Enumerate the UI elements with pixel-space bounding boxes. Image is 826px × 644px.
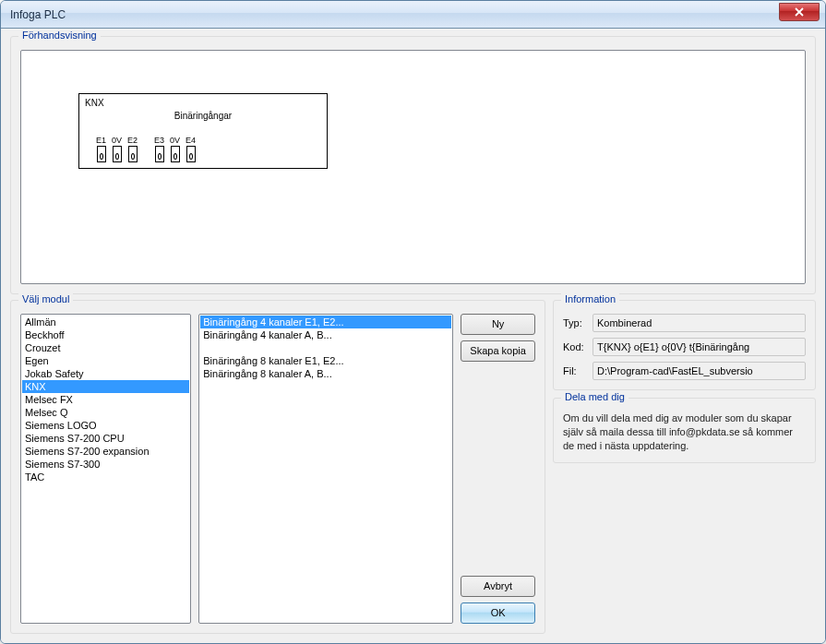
- dialog-window: Infoga PLC Förhandsvisning KNX Binäringå…: [0, 0, 826, 644]
- plc-type-label: KNX: [85, 98, 104, 108]
- vendor-item[interactable]: Siemens S7-300: [22, 458, 189, 471]
- vendor-item[interactable]: Melsec FX: [22, 393, 189, 406]
- vendor-item[interactable]: Jokab Safety: [22, 367, 189, 380]
- preview-canvas: KNX Binäringångar E1 0V E2 E3 0V E4: [20, 50, 806, 284]
- terminal: E1: [96, 136, 106, 162]
- vendor-list[interactable]: AllmänBeckhoffCrouzetEgenJokab SafetyKNX…: [20, 314, 191, 624]
- vendor-item[interactable]: Melsec Q: [22, 406, 189, 419]
- close-icon: [794, 7, 805, 17]
- group-module: Välj modul AllmänBeckhoffCrouzetEgenJoka…: [10, 300, 545, 634]
- group-info: Information Typ: Kombinerad Kod: T{KNX} …: [553, 300, 816, 390]
- module-item[interactable]: Binäringång 8 kanaler A, B...: [200, 367, 451, 380]
- module-list[interactable]: Binäringång 4 kanaler E1, E2...Binäringå…: [198, 314, 453, 624]
- close-button[interactable]: [779, 3, 820, 21]
- vendor-item[interactable]: Siemens S7-200 CPU: [22, 432, 189, 445]
- lower-row: Välj modul AllmänBeckhoffCrouzetEgenJoka…: [10, 300, 816, 634]
- module-item-blank: [200, 341, 451, 354]
- info-code-value: T{KNX} o{E1} o{0V} t{Binäringång: [593, 338, 806, 356]
- vendor-item[interactable]: Siemens LOGO: [22, 419, 189, 432]
- terminal: 0V: [170, 136, 180, 162]
- group-preview: Förhandsvisning KNX Binäringångar E1 0V …: [10, 36, 816, 294]
- info-file-value: D:\Program-cad\FastEL_subversio: [593, 362, 806, 380]
- terminal: E4: [186, 136, 196, 162]
- info-type-label: Typ:: [563, 317, 593, 328]
- group-info-label: Information: [561, 293, 619, 304]
- ok-button[interactable]: OK: [461, 602, 535, 624]
- cancel-button[interactable]: Avbryt: [461, 576, 535, 597]
- module-body: AllmänBeckhoffCrouzetEgenJokab SafetyKNX…: [20, 314, 535, 624]
- info-code-label: Kod:: [563, 341, 593, 352]
- info-file-label: Fil:: [563, 365, 593, 376]
- plc-diagram: KNX Binäringångar E1 0V E2 E3 0V E4: [78, 93, 328, 169]
- module-item[interactable]: Binäringång 4 kanaler A, B...: [200, 328, 451, 341]
- terminal-group-right: E3 0V E4: [154, 136, 196, 162]
- vendor-item[interactable]: Allmän: [22, 316, 189, 328]
- terminal-group-left: E1 0V E2: [96, 136, 138, 162]
- plc-title: Binäringångar: [79, 111, 327, 121]
- copy-button[interactable]: Skapa kopia: [461, 340, 535, 362]
- vendor-item[interactable]: Siemens S7-200 expansion: [22, 445, 189, 458]
- vendor-item[interactable]: Beckhoff: [22, 328, 189, 341]
- group-preview-label: Förhandsvisning: [18, 30, 101, 41]
- module-item[interactable]: Binäringång 8 kanaler E1, E2...: [200, 354, 451, 367]
- right-column: Information Typ: Kombinerad Kod: T{KNX} …: [553, 300, 816, 634]
- terminal: 0V: [112, 136, 122, 162]
- window-title: Infoga PLC: [10, 8, 66, 21]
- info-type-value: Kombinerad: [593, 314, 806, 332]
- group-module-label: Välj modul: [18, 293, 73, 304]
- terminal: E3: [154, 136, 164, 162]
- vendor-item[interactable]: Egen: [22, 354, 189, 367]
- terminal: E2: [127, 136, 138, 162]
- module-button-column: Ny Skapa kopia Avbryt OK: [461, 314, 535, 624]
- new-button[interactable]: Ny: [461, 314, 535, 335]
- client-area: Förhandsvisning KNX Binäringångar E1 0V …: [1, 29, 825, 643]
- module-item[interactable]: Binäringång 4 kanaler E1, E2...: [200, 316, 451, 328]
- titlebar: Infoga PLC: [1, 1, 825, 29]
- vendor-item[interactable]: TAC: [22, 471, 189, 483]
- vendor-item[interactable]: KNX: [22, 380, 189, 393]
- plc-terminals: E1 0V E2 E3 0V E4: [96, 136, 196, 162]
- share-text: Om du vill dela med dig av moduler som d…: [563, 411, 806, 453]
- group-share-label: Dela med dig: [561, 391, 628, 402]
- vendor-item[interactable]: Crouzet: [22, 341, 189, 354]
- group-share: Dela med dig Om du vill dela med dig av …: [553, 398, 816, 463]
